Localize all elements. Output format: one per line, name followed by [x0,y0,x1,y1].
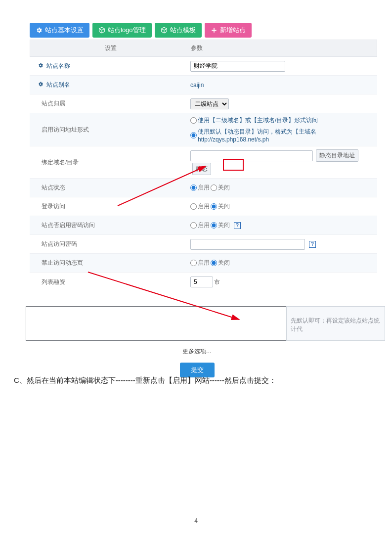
row-site-status: 站点状态 启用 关闭 [30,179,377,197]
radio-close-label: 关闭 [218,184,230,192]
tab-template-label: 站点模板 [170,26,196,35]
btn-static-dir[interactable]: 静态目录地址 [316,149,358,162]
tab-add-label: 新增站点 [220,26,246,35]
label-site-status: 站点状态 [30,180,190,196]
select-site-belong[interactable]: 二级站点 [190,98,229,109]
row-login-visit: 登录访问 启用 关闭 [30,197,377,216]
radio-pwd-off[interactable] [211,222,217,229]
login-enable-label: 启用 [198,202,210,211]
radio-status-close[interactable]: 关闭 [211,184,230,192]
tab-add-site[interactable]: 新增站点 [205,23,252,38]
row-site-name: 站点名称 [30,57,377,76]
label-bind-domain: 绑定域名/目录 [30,154,190,171]
input-bind-domain[interactable] [190,150,313,161]
label-addr-form: 启用访问地址形式 [30,122,190,138]
side-note: 先默认即可；再设定该站点站点统计代 [286,306,385,341]
radio-dyn-enable[interactable]: 启用 [190,259,210,267]
radio-addr1[interactable] [190,117,197,124]
label-no-dynamic: 禁止访问动态页 [30,255,190,271]
cube-icon [98,27,105,34]
page-number: 4 [0,517,392,524]
table-header: 设置 参数 [30,40,377,57]
radio-pwd-enable[interactable]: 启用 [190,221,210,230]
help-icon[interactable]: ? [309,241,316,248]
tab-template[interactable]: 站点模板 [155,23,202,38]
gear-icon [38,62,44,70]
label-login-visit: 登录访问 [30,198,190,215]
more-options-link[interactable]: 更多选项… [26,347,368,356]
header-col-settings: 设置 [30,40,191,56]
radio-status-off[interactable] [211,185,217,191]
cube-icon [161,27,168,34]
radio-addr1-label: 使用【二级域名】或【主域名/目录】形式访问 [198,116,318,125]
login-close-label: 关闭 [218,202,230,211]
tab-logo-manage[interactable]: 站点logo管理 [92,23,152,38]
radio-dyn-on[interactable] [190,260,197,266]
radio-login-on[interactable] [190,203,197,210]
btn-static[interactable]: 静态 [192,163,211,175]
help-icon[interactable]: ? [234,222,241,229]
input-num[interactable] [190,277,213,287]
header-col-params: 参数 [191,40,203,56]
row-bind-domain: 绑定域名/目录 静态目录地址 静态 [30,146,377,179]
row-visit-pwd: 站点访问密码 ? [30,235,377,254]
plus-icon [211,27,218,34]
textarea-code[interactable] [26,306,293,341]
dyn-enable-label: 启用 [198,259,210,267]
radio-addr-opt2[interactable]: 使用默认【动态目录】访问，格式为【主域名 http://zqys.php168.… [190,128,377,143]
row-site-belong: 站点归属 二级站点 [30,94,377,113]
radio-enable-label: 启用 [198,184,210,192]
label-site-alias: 站点别名 [46,81,70,89]
input-visit-pwd[interactable] [190,239,305,250]
radio-addr-opt1[interactable]: 使用【二级域名】或【主域名/目录】形式访问 [190,116,318,125]
radio-addr2[interactable] [190,132,197,139]
radio-dyn-off[interactable] [211,260,217,266]
radio-pwd-on[interactable] [190,222,197,229]
row-pwd-visit: 站点否启用密码访问 启用 关闭 ? [30,216,377,235]
radio-status-enable[interactable]: 启用 [190,184,210,192]
submit-button[interactable]: 提交 [180,363,215,377]
highlight-box [223,159,244,171]
tab-bar: 站点基本设置 站点logo管理 站点模板 新增站点 [30,23,377,38]
row-no-dynamic: 禁止访问动态页 启用 关闭 [30,254,377,273]
dyn-close-label: 关闭 [218,259,230,267]
tab-basic-label: 站点基本设置 [45,26,84,35]
pwd-close-label: 关闭 [218,221,230,230]
tab-basic-settings[interactable]: 站点基本设置 [30,23,89,38]
radio-login-off[interactable] [211,203,217,210]
row-list-fee: 列表融资 市 [30,273,377,291]
radio-login-enable[interactable]: 启用 [190,202,210,211]
row-site-alias: 站点别名 caijin [30,76,377,94]
pwd-enable-label: 启用 [198,221,210,230]
radio-status-on[interactable] [190,185,197,191]
settings-table: 站点名称 站点别名 caijin 站点归属 二级站点 [30,57,377,291]
tab-logo-label: 站点logo管理 [108,26,146,35]
value-site-alias: caijin [190,82,204,89]
label-pwd-visit: 站点否启用密码访问 [30,217,190,233]
gear-icon [36,27,43,34]
label-list-fee: 列表融资 [30,274,190,290]
label-site-belong: 站点归属 [30,95,190,112]
radio-dyn-close[interactable]: 关闭 [211,259,230,267]
radio-login-close[interactable]: 关闭 [211,202,230,211]
input-site-name[interactable] [190,61,285,72]
num-suffix: 市 [214,278,220,286]
gear-icon [38,81,44,89]
instruction-text: C、然后在当前本站编辑状态下--------重新点击【启用】网站------然后… [14,376,276,385]
radio-pwd-close[interactable]: 关闭 [211,221,230,230]
row-addr-form: 启用访问地址形式 使用【二级域名】或【主域名/目录】形式访问 使用默认【动态目录… [30,113,377,146]
label-site-name: 站点名称 [46,62,70,70]
radio-addr2-label: 使用默认【动态目录】访问，格式为【主域名 http://zqys.php168.… [198,128,377,143]
label-visit-pwd: 站点访问密码 [30,236,190,252]
lower-panel: 先默认即可；再设定该站点站点统计代 更多选项… 提交 [26,306,368,377]
